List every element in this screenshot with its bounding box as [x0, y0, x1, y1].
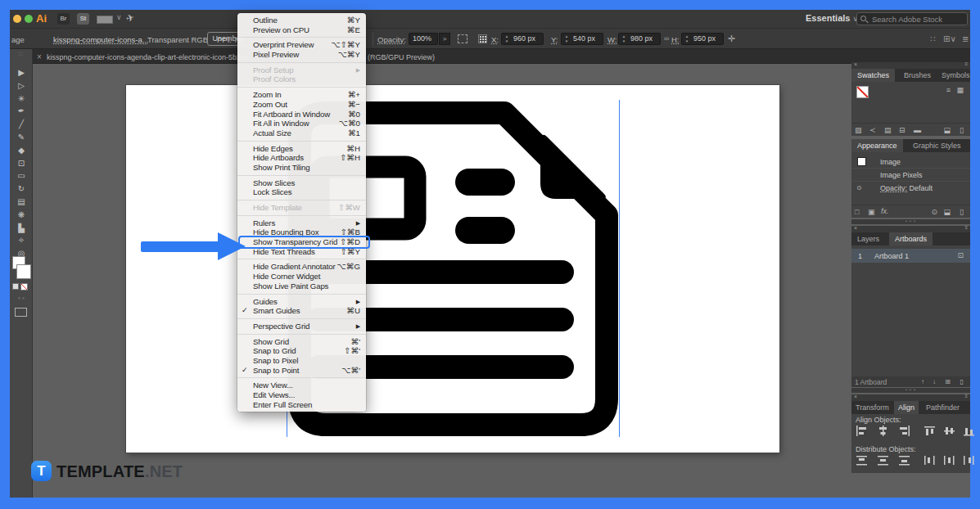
duplicate-icon[interactable]: ⬓	[943, 208, 951, 216]
panel-resize-handle[interactable]: • • •	[851, 388, 970, 393]
shape-tool-icon[interactable]: ◆	[10, 146, 33, 155]
minimize-light[interactable]	[13, 15, 21, 23]
menu-item-lock-slices[interactable]: Lock Slices	[237, 187, 366, 197]
menu-item-show-slices[interactable]: Show Slices	[237, 178, 366, 188]
tab-swatches[interactable]: Swatches	[851, 69, 895, 82]
lasso-tool-icon[interactable]: ✒	[10, 106, 33, 115]
color-swatch-dropdown[interactable]	[97, 16, 113, 24]
menu-item-pixel-preview[interactable]: Pixel Preview⌥⌘Y	[237, 50, 366, 60]
swatch-options-icon[interactable]: ▤	[884, 126, 892, 134]
panel-resize-handle[interactable]: • • •	[851, 219, 970, 224]
eyedropper-tool-icon[interactable]: ✧	[10, 236, 33, 245]
menu-item-snap-to-pixel[interactable]: Snap to Pixel	[237, 356, 366, 366]
align-top-button[interactable]	[924, 426, 936, 436]
menu-item-preview-on-cpu[interactable]: Preview on CPU⌘E	[237, 25, 366, 35]
close-panel-icon[interactable]: ×	[854, 225, 857, 231]
fx-icon[interactable]: fx.	[881, 207, 889, 215]
menu-item-outline[interactable]: Outline⌘Y	[237, 16, 366, 25]
new-swatch-icon[interactable]: ▬	[914, 126, 921, 134]
menu-item-hide-corner-widget[interactable]: Hide Corner Widget	[237, 272, 366, 282]
zoom-light[interactable]	[25, 15, 33, 23]
style-icon[interactable]	[458, 34, 467, 43]
none-swatch[interactable]	[856, 86, 869, 98]
distribute-v-center-button[interactable]	[877, 455, 889, 466]
screen-mode-button[interactable]	[15, 308, 27, 317]
new-artboard-icon[interactable]: ⊞	[945, 378, 951, 385]
tab-brushes[interactable]: Brushes	[898, 69, 937, 82]
swatch-libraries-icon[interactable]: ▨	[855, 126, 862, 134]
stock-button[interactable]: St	[77, 13, 89, 25]
collapse-icon[interactable]: ≡	[964, 61, 968, 66]
tab-appearance[interactable]: Appearance	[851, 139, 903, 152]
artboard-row[interactable]: 1 Artboard 1 ⊡	[851, 249, 970, 263]
appearance-row-opacity[interactable]: ⊙ Opacity: Default	[851, 182, 970, 195]
move-up-icon[interactable]: ↑	[921, 378, 924, 385]
tab-layers[interactable]: Layers	[851, 232, 885, 245]
menu-item-perspective-grid[interactable]: Perspective Grid▶	[237, 322, 366, 331]
rotate-tool-icon[interactable]: ↻	[10, 184, 33, 193]
artboard-tool-icon[interactable]: ⊡	[10, 159, 33, 168]
grid-view-icon[interactable]: ∷	[930, 34, 935, 43]
delete-icon[interactable]: ▯	[960, 378, 964, 385]
menu-item-zoom-out[interactable]: Zoom Out⌘−	[237, 100, 366, 110]
document-link[interactable]: kisspng-computer-icons-a...	[53, 35, 149, 44]
opacity-label[interactable]: Opacity:	[377, 35, 406, 44]
menu-item-hide-edges[interactable]: Hide Edges⌘H	[237, 144, 366, 154]
tab-artboards[interactable]: Artboards	[889, 232, 933, 245]
align-h-center-button[interactable]	[877, 426, 889, 436]
menu-item-fit-artboard-in-window[interactable]: Fit Artboard in Window⌘0	[237, 110, 366, 119]
tab-pathfinder[interactable]: Pathfinder	[922, 401, 964, 414]
graph-tool-icon[interactable]: ▙	[10, 223, 33, 232]
drawing-mode-icons[interactable]: ◦ ◦	[10, 295, 33, 302]
mini-fill-swatch[interactable]	[12, 283, 19, 290]
share-icon[interactable]: ✈	[124, 11, 135, 25]
eye-icon[interactable]: ⊙	[856, 184, 862, 191]
selection-tool-icon[interactable]: ▶	[10, 68, 33, 77]
menu-item-fit-all-in-window[interactable]: Fit All in Window⌥⌘0	[237, 119, 366, 128]
mini-stroke-swatch[interactable]	[20, 283, 28, 291]
menu-item-guides[interactable]: Guides▶	[237, 297, 366, 307]
distribute-bottom-button[interactable]	[898, 455, 910, 466]
link-dimensions-icon[interactable]: ∞	[664, 34, 669, 43]
menu-item-rulers[interactable]: Rulers▶	[237, 218, 366, 228]
menu-item-hide-gradient-annotator[interactable]: Hide Gradient Annotator⌥⌘G	[237, 262, 366, 272]
list-view-icon[interactable]: ≡	[946, 86, 951, 94]
align-bottom-button[interactable]	[963, 426, 975, 436]
close-panel-icon[interactable]: ×	[854, 61, 857, 67]
y-field[interactable]: ▲▼540 px	[561, 33, 603, 45]
clock-icon[interactable]: ⊙	[931, 208, 937, 216]
menu-item-zoom-in[interactable]: Zoom In⌘+	[237, 90, 366, 100]
menu-item-actual-size[interactable]: Actual Size⌘1	[237, 128, 366, 138]
tab-graphic-styles[interactable]: Graphic Styles	[907, 139, 967, 152]
pencil-tool-icon[interactable]: ✎	[10, 133, 33, 142]
align-v-center-button[interactable]	[943, 426, 955, 436]
appearance-row-image-pixels[interactable]: Image Pixels	[851, 169, 970, 182]
align-right-button[interactable]	[898, 426, 910, 436]
tab-transform[interactable]: Transform	[851, 401, 893, 414]
distribute-top-button[interactable]	[856, 455, 868, 466]
swatch-kinds-icon[interactable]: ≺	[869, 126, 876, 134]
document-tab-title[interactable]: kisspng-computer-icons-agenda-clip-art-e…	[47, 53, 247, 61]
crop-tool-icon[interactable]: ▭	[10, 171, 33, 180]
stroke-color-swatch[interactable]	[17, 265, 30, 278]
x-field[interactable]: ▲▼960 px	[501, 33, 544, 45]
delete-icon[interactable]: ▯	[960, 208, 964, 216]
duplicate-icon[interactable]: ⬓	[943, 126, 951, 134]
menu-item-snap-to-grid[interactable]: Snap to Grid⇧⌘'	[237, 346, 366, 356]
magic-wand-tool-icon[interactable]: ✳	[10, 94, 33, 103]
tab-align[interactable]: Align	[894, 401, 919, 414]
tab-symbols[interactable]: Symbols	[936, 69, 976, 82]
collapse-icon[interactable]: ≡	[964, 394, 968, 399]
appearance-row-image[interactable]: Image	[851, 155, 970, 169]
distribute-left-button[interactable]	[924, 455, 936, 466]
menu-item-smart-guides[interactable]: ✓Smart Guides⌘U	[237, 306, 366, 316]
distribute-h-center-button[interactable]	[943, 455, 955, 466]
h-field[interactable]: ▲▼950 px	[681, 33, 724, 45]
menu-item-show-transparency-grid[interactable]: Show Transparency Grid⇧⌘D	[237, 237, 366, 247]
new-stroke-icon[interactable]: □	[855, 208, 859, 216]
menu-item-enter-full-screen[interactable]: Enter Full Screen	[237, 400, 366, 410]
workspace-switcher[interactable]: Essentials ∨	[806, 13, 858, 23]
gradient-tool-icon[interactable]: ▤	[10, 197, 33, 206]
menu-item-show-live-paint-gaps[interactable]: Show Live Paint Gaps	[237, 282, 366, 291]
direct-selection-tool-icon[interactable]: ▷	[10, 81, 33, 90]
